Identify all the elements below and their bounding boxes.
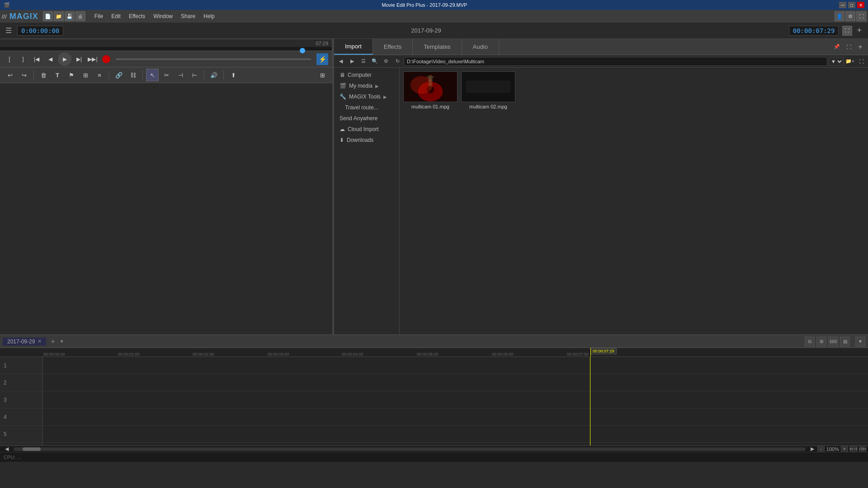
timeline-view[interactable]: ▤ bbox=[840, 337, 850, 347]
nav-my-media[interactable]: 🎬 My media ▶ bbox=[334, 80, 399, 91]
search-button[interactable]: 🔍 bbox=[370, 56, 380, 66]
track-row-2[interactable] bbox=[43, 374, 868, 391]
scroll-thumb[interactable] bbox=[23, 447, 41, 451]
nav-send-anywhere[interactable]: Send Anywhere bbox=[334, 113, 399, 124]
track-area[interactable] bbox=[43, 357, 868, 446]
timeline-tracks: 1 2 3 4 5 bbox=[0, 357, 868, 446]
add-panel-icon[interactable]: + bbox=[855, 42, 865, 52]
trim-button[interactable]: ≡ bbox=[93, 69, 106, 81]
timeline-ruler[interactable]: 00:00:00:00 00:00:01:00 00:00:02:00 00:0… bbox=[0, 348, 868, 357]
split-right-tool[interactable]: ⊢ bbox=[188, 69, 201, 81]
smart-render-button[interactable]: ⚡ bbox=[316, 53, 328, 65]
open-button[interactable]: 📁 bbox=[54, 11, 64, 21]
track-row-1[interactable] bbox=[43, 357, 868, 374]
back-button[interactable]: ◀ bbox=[336, 56, 346, 66]
panel-expand-button[interactable]: ⛶ bbox=[856, 56, 866, 66]
panel-content: 🖥 Computer 🎬 My media ▶ 🔧 MAGIX Tools ▶ bbox=[334, 68, 868, 334]
track-row-3[interactable] bbox=[43, 391, 868, 408]
tab-import[interactable]: Import bbox=[334, 39, 373, 55]
link-button[interactable]: 🔗 bbox=[113, 69, 125, 81]
delete-button[interactable]: 🗑 bbox=[37, 69, 50, 81]
expand-panel-button[interactable]: ⛶ bbox=[844, 42, 854, 52]
tab-effects[interactable]: Effects bbox=[373, 39, 413, 55]
tab-templates[interactable]: Templates bbox=[413, 39, 462, 55]
save-button[interactable]: 💾 bbox=[65, 11, 75, 21]
skip-fwd-button[interactable]: ▶▶| bbox=[87, 53, 99, 65]
grid-view-button[interactable]: ⊞ bbox=[316, 69, 329, 81]
minimize-button[interactable]: ─ bbox=[839, 2, 846, 8]
statusbar: CPU: ... bbox=[0, 452, 868, 462]
tab-audio[interactable]: Audio bbox=[462, 39, 499, 55]
pin-button[interactable]: 📌 bbox=[832, 42, 842, 52]
menu-help[interactable]: Help bbox=[200, 12, 218, 20]
timeline-close[interactable]: ✕ bbox=[38, 338, 42, 344]
menu-file[interactable]: File bbox=[91, 12, 107, 20]
nav-computer[interactable]: 🖥 Computer bbox=[334, 70, 399, 80]
text-button[interactable]: T bbox=[51, 69, 64, 81]
list-view-button[interactable]: ☰ bbox=[359, 56, 368, 66]
single-track-view[interactable]: ⊟ bbox=[805, 337, 815, 347]
track-row-4[interactable] bbox=[43, 408, 868, 426]
settings-icon[interactable]: ⚙ bbox=[845, 11, 855, 21]
forward-button[interactable]: ▶ bbox=[347, 56, 357, 66]
print-button[interactable]: 🖨 bbox=[75, 11, 85, 21]
timeline-add-button[interactable]: + bbox=[49, 338, 57, 346]
bracket-in-button[interactable]: [ bbox=[4, 53, 15, 65]
expand-icon[interactable]: ⛶ bbox=[856, 11, 866, 21]
nav-magix-tools[interactable]: 🔧 MAGIX Tools ▶ bbox=[334, 91, 399, 102]
nav-downloads[interactable]: ⬇ Downloads bbox=[334, 135, 399, 145]
export-button[interactable]: ⬆ bbox=[227, 69, 240, 81]
timeline-tab[interactable]: 2017-09-29 ✕ bbox=[3, 338, 46, 346]
storyboard-view[interactable]: ⊟⊟ bbox=[828, 337, 838, 347]
ruler-tick: 00:00:07:00 bbox=[567, 352, 589, 357]
bracket-out-button[interactable]: ] bbox=[17, 53, 29, 65]
record-button[interactable] bbox=[102, 55, 110, 63]
skip-back-button[interactable]: |◀ bbox=[31, 53, 42, 65]
cut-tool[interactable]: ✂ bbox=[160, 69, 173, 81]
new-button[interactable]: 📄 bbox=[43, 11, 53, 21]
preview-progress-bar[interactable] bbox=[116, 58, 311, 60]
track-label-5: 5 bbox=[0, 426, 42, 443]
account-icon[interactable]: 👤 bbox=[835, 11, 844, 21]
panel-toolbar: ◀ ▶ ☰ 🔍 ⚙ ↻ ▼ 📁+ ⛶ bbox=[334, 55, 868, 68]
marker-button[interactable]: ⚑ bbox=[65, 69, 78, 81]
play-button[interactable]: ▶ bbox=[58, 52, 71, 66]
media-item-2[interactable]: multicam 02.mpg bbox=[461, 71, 515, 109]
collapse-button[interactable]: ▼ bbox=[855, 337, 865, 347]
scrubber-bar[interactable] bbox=[0, 47, 332, 51]
hamburger-menu[interactable]: ☰ bbox=[4, 24, 14, 37]
split-left-tool[interactable]: ⊣ bbox=[174, 69, 187, 81]
multi-track-view[interactable]: ⊞ bbox=[816, 337, 826, 347]
nav-computer-label: Computer bbox=[348, 72, 372, 78]
nav-travel-route[interactable]: Travel route... bbox=[334, 102, 399, 113]
redo-button[interactable]: ↪ bbox=[18, 69, 30, 81]
filter-button[interactable]: ⚙ bbox=[381, 56, 391, 66]
new-folder-button[interactable]: 📁+ bbox=[845, 56, 855, 66]
close-button[interactable]: ✕ bbox=[857, 2, 864, 8]
group-button[interactable]: ⊞ bbox=[79, 69, 92, 81]
unlink-button[interactable]: ⛓ bbox=[127, 69, 139, 81]
timecode-left[interactable]: 0:00:00:00 bbox=[17, 26, 63, 36]
maximize-button[interactable]: □ bbox=[848, 2, 855, 8]
timecode-right[interactable]: 00:00:07:29 bbox=[789, 26, 839, 36]
nav-cloud-import[interactable]: ☁ Cloud Import bbox=[334, 124, 399, 135]
next-frame-button[interactable]: ▶| bbox=[73, 53, 85, 65]
scrubber-handle[interactable] bbox=[300, 48, 305, 53]
path-dropdown[interactable]: ▼ bbox=[829, 57, 844, 66]
menu-share[interactable]: Share bbox=[177, 12, 199, 20]
path-input[interactable] bbox=[404, 57, 827, 66]
track-row-5[interactable] bbox=[43, 426, 868, 443]
fullscreen-button[interactable]: ⛶ bbox=[842, 26, 852, 36]
menu-effects[interactable]: Effects bbox=[125, 12, 149, 20]
scroll-track[interactable] bbox=[14, 447, 806, 451]
volume-button[interactable]: 🔊 bbox=[208, 69, 220, 81]
refresh-button[interactable]: ↻ bbox=[392, 56, 402, 66]
prev-frame-button[interactable]: ◀ bbox=[44, 53, 56, 65]
select-tool[interactable]: ↖ bbox=[146, 69, 159, 81]
menu-edit[interactable]: Edit bbox=[108, 12, 124, 20]
media-item[interactable]: multicam 01.mpg bbox=[403, 71, 458, 109]
menu-window[interactable]: Window bbox=[150, 12, 176, 20]
undo-button[interactable]: ↩ bbox=[4, 69, 16, 81]
add-panel-button[interactable]: + bbox=[854, 25, 864, 36]
timeline-arrow[interactable]: ▼ bbox=[60, 339, 64, 344]
